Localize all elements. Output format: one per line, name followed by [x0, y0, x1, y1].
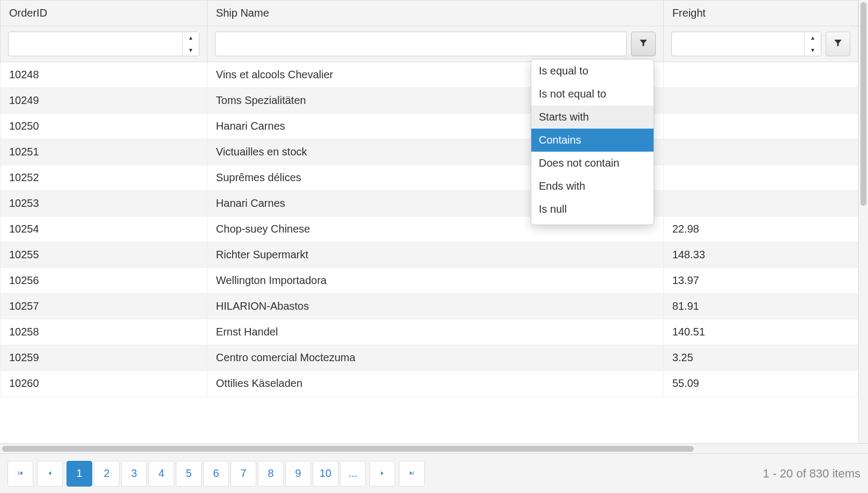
pager-page-5[interactable]: 5 — [176, 461, 202, 487]
table-row[interactable]: 10260Ottilies Käseladen55.09 — [1, 371, 858, 397]
cell-orderid: 10255 — [1, 242, 207, 268]
cell-freight — [663, 191, 858, 216]
cell-shipname: Richter Supermarkt — [207, 242, 663, 268]
seek-first-icon — [17, 467, 24, 480]
data-grid: OrderID Ship Name Freight ▲ ▼ — [0, 0, 868, 493]
horizontal-scroll-thumb[interactable] — [2, 446, 694, 452]
filter-menu-popup[interactable]: Is equal toIs not equal toStarts withCon… — [531, 59, 654, 225]
freight-filter-button[interactable] — [826, 32, 850, 56]
cell-shipname: Wellington Importadora — [207, 268, 663, 294]
cell-freight: 22.98 — [663, 216, 858, 242]
cell-orderid: 10252 — [1, 165, 207, 191]
cell-orderid: 10258 — [1, 319, 207, 345]
orderid-filter-input[interactable] — [9, 34, 182, 55]
shipname-filter-input[interactable] — [215, 32, 627, 56]
orderid-spin-up[interactable]: ▲ — [183, 32, 199, 44]
pager: 12345678910... 1 - 20 of 830 items — [0, 453, 868, 493]
cell-orderid: 10251 — [1, 139, 207, 165]
freight-spin-down[interactable]: ▼ — [805, 44, 821, 56]
cell-orderid: 10256 — [1, 268, 207, 294]
funnel-icon — [639, 38, 648, 50]
table-row[interactable]: 10255Richter Supermarkt148.33 — [1, 242, 858, 268]
vertical-scrollbar[interactable] — [858, 0, 868, 443]
filter-option[interactable]: Contains — [531, 129, 654, 152]
table-row[interactable]: 10253Hanari Carnes — [1, 191, 858, 216]
horizontal-scrollbar[interactable] — [0, 444, 868, 453]
filter-option[interactable]: Does not contain — [531, 152, 654, 175]
pager-page-10[interactable]: 10 — [313, 461, 338, 487]
table-row[interactable]: 10250Hanari Carnes — [1, 114, 858, 139]
pager-first[interactable] — [8, 461, 33, 487]
header-freight[interactable]: Freight — [663, 1, 858, 26]
filter-row: ▲ ▼ — [1, 26, 858, 62]
cell-freight: 13.97 — [663, 268, 858, 294]
seek-last-icon — [408, 467, 416, 480]
cell-orderid: 10248 — [1, 62, 207, 88]
cell-shipname: HILARION-Abastos — [207, 294, 663, 319]
pager-page-9[interactable]: 9 — [285, 461, 311, 487]
cell-freight: 55.09 — [663, 371, 858, 397]
pager-page-2[interactable]: 2 — [94, 461, 120, 487]
table-row[interactable]: 10257HILARION-Abastos81.91 — [1, 294, 858, 319]
cell-orderid: 10259 — [1, 345, 207, 371]
caret-left-icon — [46, 467, 54, 480]
pager-page-1[interactable]: 1 — [66, 461, 92, 487]
filter-option[interactable]: Is null — [531, 198, 654, 221]
pager-page-4[interactable]: 4 — [149, 461, 174, 487]
cell-orderid: 10250 — [1, 114, 207, 139]
cell-freight — [663, 114, 858, 139]
cell-freight — [663, 62, 858, 88]
filter-option[interactable]: Is not equal to — [531, 83, 654, 106]
cell-freight — [663, 88, 858, 114]
cell-freight: 81.91 — [663, 294, 858, 319]
cell-shipname: Centro comercial Moctezuma — [207, 345, 663, 371]
freight-spin-up[interactable]: ▲ — [805, 32, 821, 44]
cell-orderid: 10254 — [1, 216, 207, 242]
filter-option[interactable]: Starts with — [531, 106, 654, 129]
cell-shipname: Ernst Handel — [207, 319, 663, 345]
cell-orderid: 10249 — [1, 88, 207, 114]
caret-right-icon — [379, 467, 386, 480]
header-orderid[interactable]: OrderID — [1, 1, 207, 26]
funnel-icon — [833, 38, 843, 50]
pager-page-7[interactable]: 7 — [231, 461, 256, 487]
cell-orderid: 10253 — [1, 191, 207, 216]
freight-filter-input[interactable] — [672, 34, 804, 55]
pager-more[interactable]: ... — [340, 461, 366, 487]
pager-info: 1 - 20 of 830 items — [763, 467, 860, 481]
pager-page-6[interactable]: 6 — [203, 461, 229, 487]
table-row[interactable]: 10256Wellington Importadora13.97 — [1, 268, 858, 294]
cell-shipname: Ottilies Käseladen — [207, 371, 663, 397]
shipname-filter-button[interactable] — [631, 32, 656, 56]
filter-option[interactable]: Is equal to — [531, 59, 654, 83]
table-row[interactable]: 10251Victuailles en stock — [1, 139, 858, 165]
table-row[interactable]: 10248Vins et alcools Chevalier — [1, 62, 858, 88]
table-row[interactable]: 10258Ernst Handel140.51 — [1, 319, 858, 345]
table-row[interactable]: 10254Chop-suey Chinese22.98 — [1, 216, 858, 242]
cell-freight: 140.51 — [663, 319, 858, 345]
orderid-filter-wrap: ▲ ▼ — [8, 32, 199, 56]
header-shipname[interactable]: Ship Name — [207, 1, 663, 26]
pager-prev[interactable] — [37, 461, 63, 487]
cell-freight: 3.25 — [663, 345, 858, 371]
filter-option[interactable]: Is not null — [531, 221, 654, 225]
pager-next[interactable] — [369, 461, 395, 487]
pager-page-3[interactable]: 3 — [121, 461, 147, 487]
cell-freight — [663, 139, 858, 165]
cell-orderid: 10257 — [1, 294, 207, 319]
filter-option[interactable]: Ends with — [531, 175, 654, 198]
table-row[interactable]: 10252Suprêmes délices — [1, 165, 858, 191]
cell-orderid: 10260 — [1, 371, 207, 397]
pager-page-8[interactable]: 8 — [258, 461, 284, 487]
grid-table: OrderID Ship Name Freight ▲ ▼ — [0, 0, 858, 397]
cell-freight — [663, 165, 858, 191]
cell-freight: 148.33 — [663, 242, 858, 268]
orderid-spin-down[interactable]: ▼ — [183, 44, 199, 56]
table-row[interactable]: 10259Centro comercial Moctezuma3.25 — [1, 345, 858, 371]
table-row[interactable]: 10249Toms Spezialitäten — [1, 88, 858, 114]
vertical-scroll-thumb[interactable] — [860, 2, 866, 206]
pager-last[interactable] — [399, 461, 425, 487]
header-row: OrderID Ship Name Freight — [1, 1, 858, 26]
freight-filter-wrap: ▲ ▼ — [671, 32, 821, 56]
